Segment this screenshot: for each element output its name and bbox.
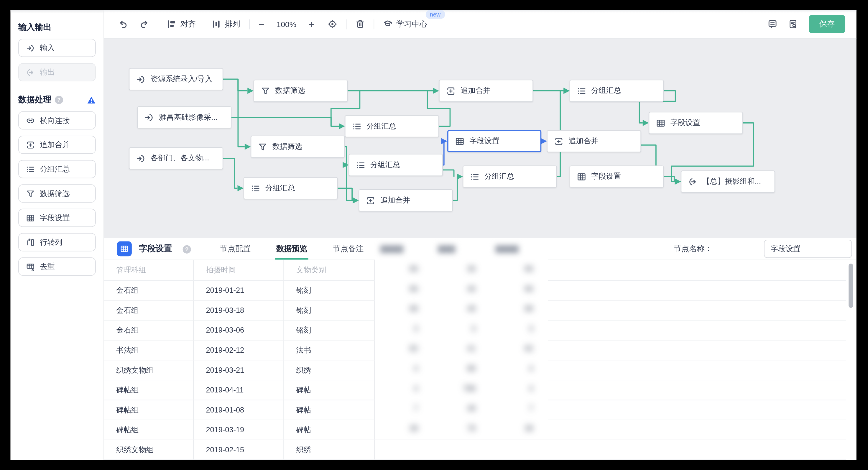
column-header: 文物类别 xyxy=(284,260,375,280)
sidebar-item-group[interactable]: 分组汇总 xyxy=(18,160,96,178)
bottom-panel: 字段设置 ? 节点配置数据预览节点备注 节点名称： 管理科组拍摄时间文物类别金石… xyxy=(104,238,857,460)
redacted-cell: 7 xyxy=(490,398,548,418)
learn-center-icon xyxy=(383,20,393,29)
flow-node-n3[interactable]: 追加合并 xyxy=(439,80,533,102)
vertical-scrollbar[interactable] xyxy=(848,263,853,308)
sidebar-item-field[interactable]: 字段设置 xyxy=(18,209,96,227)
sidebar-item-filter[interactable]: 数据筛选 xyxy=(18,184,96,202)
node-label: 分组汇总 xyxy=(370,160,400,170)
node-label: 字段设置 xyxy=(671,118,700,128)
flow-node-n10[interactable]: 追加合并 xyxy=(547,130,641,152)
locate-icon[interactable] xyxy=(328,20,337,29)
cell-category: 碑帖 xyxy=(284,400,375,419)
column-header: 管理科组 xyxy=(104,260,194,280)
filter-icon xyxy=(26,189,35,198)
flow-node-n1[interactable]: 资源系统录入/导入 xyxy=(129,68,223,90)
sidebar-item-label: 输入 xyxy=(40,43,55,53)
flow-node-n14[interactable]: 字段设置 xyxy=(569,165,664,188)
cell-group: 织绣文物组 xyxy=(104,440,194,460)
tab-数据预览[interactable]: 数据预览 xyxy=(276,238,307,259)
redacted-cell: 46 xyxy=(432,278,490,299)
append-icon xyxy=(366,196,375,205)
append-icon xyxy=(554,136,563,146)
flow-node-n9[interactable]: 字段设置 xyxy=(447,130,541,152)
sidebar-item-input[interactable]: 输入 xyxy=(18,39,96,57)
sidebar-item-label: 数据筛选 xyxy=(40,188,69,198)
flow-node-n2[interactable]: 数据筛选 xyxy=(253,80,348,102)
flow-node-n16[interactable]: 追加合并 xyxy=(359,189,453,211)
redacted-cell: 7 xyxy=(375,398,432,418)
flow-node-n12[interactable]: 分组汇总 xyxy=(349,154,443,176)
new-badge: new xyxy=(426,10,445,19)
cell-group: 碑帖组 xyxy=(104,380,194,400)
flow-node-n15[interactable]: 分组汇总 xyxy=(244,177,338,199)
cell-category: 铭刻 xyxy=(284,281,375,300)
redacted-cell: 86 xyxy=(375,259,432,279)
sidebar-item-link[interactable]: 横向连接 xyxy=(18,111,96,129)
zoom-in-button[interactable]: + xyxy=(308,19,314,29)
append-icon xyxy=(26,140,35,149)
group-icon xyxy=(26,165,35,174)
sidebar-item-dedup[interactable]: 去重 xyxy=(18,257,96,276)
toolbar-divider xyxy=(249,19,250,29)
flow-node-n17[interactable]: 【总】摄影组和... xyxy=(681,170,775,192)
redacted-columns: ▇▇▇▇▇▇▇▇▇▇▇86368686468688488833382418248… xyxy=(375,238,548,438)
flow-node-n5[interactable]: 雅昌基础影像采... xyxy=(137,106,231,128)
node-label: 追加合并 xyxy=(380,195,410,206)
field-icon xyxy=(26,214,35,222)
flow-node-n13[interactable]: 分组汇总 xyxy=(463,165,557,188)
tab-节点备注[interactable]: 节点备注 xyxy=(333,238,364,259)
sidebar-item-append[interactable]: 追加合并 xyxy=(18,136,96,154)
align-button[interactable]: 对齐 xyxy=(167,19,196,29)
arrange-button[interactable]: 排列 xyxy=(211,19,240,29)
field-icon xyxy=(656,118,665,128)
flow-node-n8[interactable]: 数据筛选 xyxy=(251,136,345,158)
redacted-cell: 88 xyxy=(490,299,548,318)
redacted-cell: 78 xyxy=(432,418,490,438)
redacted-cell: 4 xyxy=(375,358,432,378)
redacted-cell: 88 xyxy=(432,358,490,378)
panel-node-title: 字段设置 xyxy=(139,244,172,254)
node-name-label: 节点名称： xyxy=(674,244,712,254)
redo-icon[interactable] xyxy=(140,20,149,29)
zoom-out-button[interactable]: − xyxy=(258,19,265,29)
panel-tabs: 节点配置数据预览节点备注 xyxy=(220,238,364,259)
group-icon xyxy=(577,86,586,96)
help-icon[interactable]: ? xyxy=(55,96,63,104)
learn-center-button[interactable]: 学习中心 new xyxy=(383,19,427,29)
cell-category: 织绣 xyxy=(284,440,375,460)
group-icon xyxy=(251,183,260,193)
sidebar-item-pivot[interactable]: 行转列 xyxy=(18,233,96,251)
doc-search-icon[interactable] xyxy=(788,20,798,29)
sidebar-item-label: 行转列 xyxy=(40,238,62,247)
arrange-label: 排列 xyxy=(225,19,240,29)
redacted-cell: 48 xyxy=(432,299,490,318)
flow-node-n4[interactable]: 分组汇总 xyxy=(569,80,664,102)
flow-node-n11[interactable]: 各部门、各文物... xyxy=(129,147,223,169)
flow-node-n7[interactable]: 字段设置 xyxy=(649,112,743,134)
save-button[interactable]: 保存 xyxy=(809,15,845,33)
node-label: 【总】摄影组和... xyxy=(703,177,761,187)
input-icon xyxy=(136,74,146,84)
undo-icon[interactable] xyxy=(119,20,128,29)
node-name-input[interactable] xyxy=(764,240,852,258)
group-icon xyxy=(352,122,362,131)
flow-node-n6[interactable]: 分组汇总 xyxy=(345,115,439,137)
delete-icon[interactable] xyxy=(355,20,365,29)
redacted-cell: 36 xyxy=(432,259,490,279)
toolbar-divider xyxy=(374,19,374,29)
flow-canvas[interactable]: 资源系统录入/导入数据筛选追加合并分组汇总雅昌基础影像采...分组汇总字段设置数… xyxy=(104,39,857,238)
append-icon xyxy=(446,86,456,96)
node-label: 雅昌基础影像采... xyxy=(159,112,218,122)
node-type-icon xyxy=(117,242,132,256)
redacted-cell: 3 xyxy=(490,318,548,339)
comment-icon[interactable] xyxy=(768,20,777,29)
output-icon xyxy=(688,177,698,186)
cell-group: 金石组 xyxy=(104,320,194,340)
field-icon xyxy=(577,172,586,181)
panel-help-icon[interactable]: ? xyxy=(183,245,191,254)
warning-icon[interactable] xyxy=(87,96,96,104)
tab-节点配置[interactable]: 节点配置 xyxy=(220,238,251,259)
sidebar-item-output: 输出 xyxy=(18,63,96,82)
redacted-row: 333 xyxy=(375,318,548,339)
